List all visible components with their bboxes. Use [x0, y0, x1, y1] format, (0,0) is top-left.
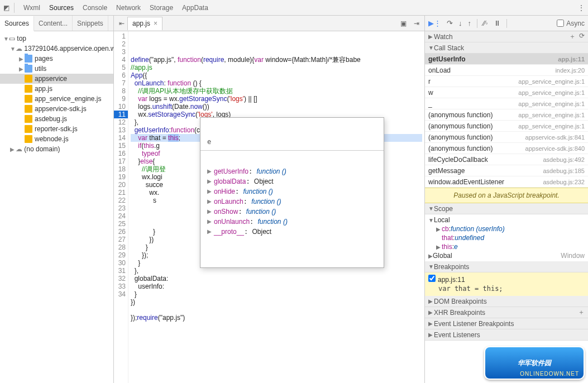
toggle-debugger-icon[interactable]: ⇥ — [411, 18, 422, 29]
code-area[interactable]: define("app.js", function(require, modul… — [128, 31, 424, 383]
tab-wxml[interactable]: Wxml — [23, 4, 40, 12]
tree-no-domain[interactable]: ▶☁ (no domain) — [0, 144, 113, 154]
xhr-bp-section[interactable]: ▶XHR Breakpoints＋ — [425, 307, 588, 318]
left-tabs: Sources Content... Snippets ⋮ — [0, 16, 113, 31]
callstack-section[interactable]: ▼Call Stack — [425, 42, 588, 54]
pause-exceptions-icon[interactable]: ⏸ — [494, 19, 501, 27]
js-file-icon — [25, 125, 32, 133]
editor-panel: ⇤ app.js × ▣ ⇥ 1234567891011121314151617… — [114, 16, 425, 383]
breakpoint-checkbox[interactable] — [428, 275, 436, 282]
tree-domain[interactable]: ▼☁ 137291046.appservice.open.we — [0, 44, 113, 54]
watch-section[interactable]: ▶Watch ＋⟳ — [425, 31, 588, 42]
stack-frame[interactable]: getMessageasdebug.js:185 — [425, 165, 588, 176]
left-tab-snippets[interactable]: Snippets — [73, 16, 108, 31]
js-file-icon — [25, 105, 32, 113]
file-tree: ▼▭ top ▼☁ 137291046.appservice.open.we ▶… — [0, 31, 113, 156]
popup-item[interactable]: ▶getUserInfo: function () — [200, 166, 384, 176]
tab-console[interactable]: Console — [83, 4, 107, 12]
step-over-icon[interactable]: ↷ — [447, 19, 453, 27]
tab-network[interactable]: Network — [116, 4, 141, 12]
folder-icon — [25, 65, 32, 73]
tab-storage[interactable]: Storage — [150, 4, 173, 12]
event-listeners-section[interactable]: ▶Event Listeners — [425, 329, 588, 341]
popup-item[interactable]: ▶globalData: Object — [200, 176, 384, 186]
editor-tab-appjs[interactable]: app.js × — [127, 17, 162, 30]
tab-sources[interactable]: Sources — [49, 4, 74, 12]
js-file-icon — [25, 135, 32, 143]
step-into-icon[interactable]: ↓ — [458, 19, 462, 27]
inspect-icon[interactable]: ◩ — [3, 4, 9, 12]
popup-header: e — [200, 133, 384, 151]
refresh-icon[interactable]: ⟳ — [579, 32, 585, 41]
stack-frame[interactable]: (anonymous function)app_service_engine.j… — [425, 121, 588, 132]
scope-var[interactable]: ▶this: e — [436, 242, 585, 251]
editor-body[interactable]: 1234567891011121314151617181920212223242… — [114, 31, 424, 383]
stack-frame[interactable]: (anonymous function)app_service_engine.j… — [425, 109, 588, 121]
left-tab-sources[interactable]: Sources — [0, 16, 34, 31]
stack-frame[interactable]: window.addEventListenerasdebug.js:232 — [425, 176, 588, 188]
tree-top[interactable]: ▼▭ top — [0, 33, 113, 44]
add-watch-icon[interactable]: ＋ — [569, 32, 576, 41]
breakpoint-code: var that = this; — [428, 284, 585, 294]
tree-file-appjs[interactable]: app.js — [0, 84, 113, 94]
add-xhr-bp-icon[interactable]: ＋ — [578, 308, 585, 317]
scope-local: ▼Local ▶cb: function (userInfo)that: und… — [425, 214, 588, 261]
tree-file-engine[interactable]: app_service_engine.js — [0, 94, 113, 104]
tree-folder-utils[interactable]: ▶utils — [0, 64, 113, 74]
tree-file-asdebug[interactable]: asdebug.js — [0, 114, 113, 124]
tree-folder-pages[interactable]: ▶pages — [0, 54, 113, 64]
call-stack-list: getUserInfoapp.js:11onLoadindex.js:20rap… — [425, 54, 588, 188]
event-listener-bp-section[interactable]: ▶Event Listener Breakpoints — [425, 318, 588, 329]
tab-appdata[interactable]: AppData — [182, 4, 208, 12]
tree-file-reporter[interactable]: reporter-sdk.js — [0, 124, 113, 134]
js-file-icon — [25, 115, 32, 123]
watermark-logo: 华军软件园 ONLINEDOWN.NET — [484, 346, 585, 380]
js-file-icon — [25, 85, 32, 93]
tree-file-appservice[interactable]: appservice — [0, 74, 113, 84]
autocomplete-popup: e ▶getUserInfo: function ()▶globalData: … — [200, 117, 384, 268]
popup-item[interactable]: ▶onHide: function () — [200, 186, 384, 197]
step-out-icon[interactable]: ↑ — [468, 19, 472, 27]
js-file-icon — [25, 95, 32, 103]
resume-icon[interactable]: ▶⋮ — [428, 19, 441, 27]
toggle-navigator-icon[interactable]: ⇤ — [116, 18, 127, 29]
main-area: Sources Content... Snippets ⋮ ▼▭ top ▼☁ … — [0, 16, 588, 383]
popup-item[interactable]: ▶onLaunch: function () — [200, 197, 384, 207]
stack-frame[interactable]: lifeCycleDoCallbackasdebug.js:492 — [425, 154, 588, 165]
debugger-toolbar: ▶⋮ ↷ ↓ ↑ ⁄⁄◦ ⏸ Async — [425, 16, 588, 31]
stack-frame[interactable]: _app_service_engine.js:1 — [425, 98, 588, 109]
devtools-top-toolbar: ◩ Wxml Sources Console Network Storage A… — [0, 0, 588, 16]
js-file-icon — [25, 75, 32, 83]
deactivate-bp-icon[interactable]: ⁄⁄◦ — [483, 19, 488, 27]
async-toggle[interactable]: Async — [557, 20, 585, 27]
editor-tab-label: app.js — [132, 20, 150, 27]
stack-frame[interactable]: getUserInfoapp.js:11 — [425, 54, 588, 65]
breakpoints-section[interactable]: ▼Breakpoints — [425, 261, 588, 272]
editor-tabbar: ⇤ app.js × ▣ ⇥ — [114, 16, 424, 31]
stack-frame[interactable]: rapp_service_engine.js:1 — [425, 76, 588, 87]
cloud-icon: ☁ — [16, 145, 22, 153]
popup-item[interactable]: ▶onUnlaunch: function () — [200, 217, 384, 227]
tree-file-webnode[interactable]: webnode.js — [0, 134, 113, 144]
close-icon[interactable]: × — [154, 20, 157, 27]
popup-item[interactable]: ▶__proto__: Object — [200, 227, 384, 237]
stack-frame[interactable]: (anonymous function)appservice-sdk.js:84… — [425, 143, 588, 154]
history-icon[interactable]: ▣ — [398, 18, 409, 29]
async-checkbox[interactable] — [557, 20, 564, 27]
breakpoint-item[interactable]: app.js:11 var that = this; — [425, 272, 588, 296]
stack-frame[interactable]: wapp_service_engine.js:1 — [425, 87, 588, 98]
dom-bp-section[interactable]: ▶DOM Breakpoints — [425, 296, 588, 307]
scope-section[interactable]: ▼Scope — [425, 203, 588, 214]
folder-icon — [25, 55, 32, 63]
popup-item[interactable]: ▶onShow: function () — [200, 207, 384, 217]
scope-var[interactable]: ▶cb: function (userInfo) — [436, 224, 585, 233]
scope-var[interactable]: that: undefined — [436, 233, 585, 242]
left-tab-content[interactable]: Content... — [34, 16, 73, 31]
stack-frame[interactable]: (anonymous function)appservice-sdk.js:84… — [425, 132, 588, 143]
stack-frame[interactable]: onLoadindex.js:20 — [425, 65, 588, 76]
kebab-menu-icon[interactable]: ⋮ — [578, 4, 585, 12]
line-gutter[interactable]: 1234567891011121314151617181920212223242… — [114, 31, 128, 383]
tree-file-sdk[interactable]: appservice-sdk.js — [0, 104, 113, 114]
window-icon: ▭ — [9, 35, 15, 42]
left-panel: Sources Content... Snippets ⋮ ▼▭ top ▼☁ … — [0, 16, 114, 383]
